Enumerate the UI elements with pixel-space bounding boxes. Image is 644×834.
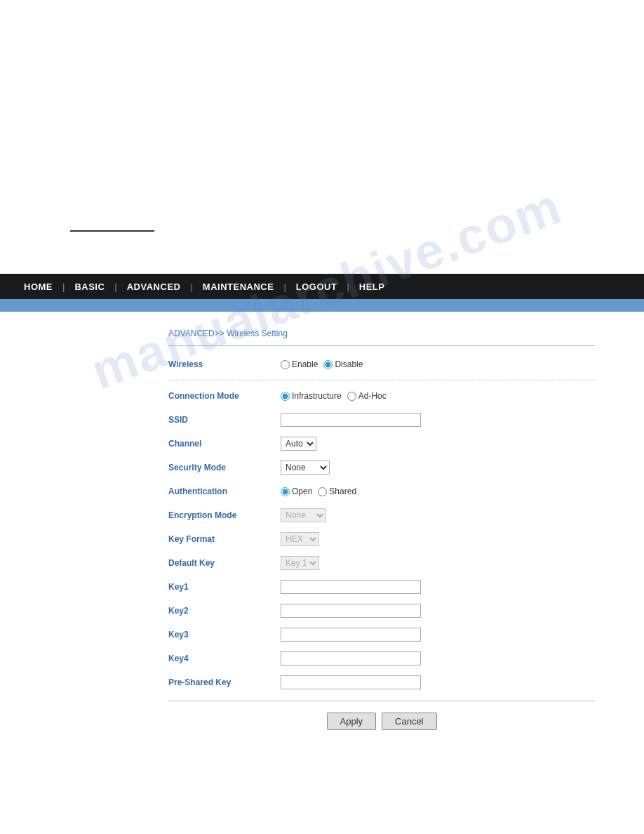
- key4-input[interactable]: [281, 651, 421, 666]
- key2-row: Key2: [168, 602, 595, 619]
- ssid-input[interactable]: [281, 413, 421, 427]
- key3-input[interactable]: [281, 628, 421, 642]
- breadcrumb-separator: >>: [215, 329, 224, 338]
- default-key-controls: Key 1 Key 2 Key 3 Key 4: [281, 556, 595, 570]
- button-row: Apply Cancel: [168, 713, 595, 730]
- infrastructure-label[interactable]: Infrastructure: [281, 391, 342, 401]
- wireless-disable-label[interactable]: Disable: [323, 359, 363, 369]
- key1-controls: [281, 580, 595, 594]
- infrastructure-radio[interactable]: [281, 392, 290, 401]
- ssid-row: SSID: [168, 411, 595, 428]
- pre-shared-key-controls: [281, 675, 595, 689]
- default-key-row: Default Key Key 1 Key 2 Key 3 Key 4: [168, 555, 595, 571]
- authentication-row: Authentication Open Shared: [168, 483, 595, 500]
- adhoc-text: Ad-Hoc: [358, 391, 387, 401]
- connection-mode-label: Connection Mode: [168, 391, 281, 401]
- wireless-label: Wireless: [168, 359, 281, 369]
- navbar-items: HOME | BASIC | ADVANCED | MAINTENANCE | …: [14, 282, 394, 292]
- wireless-enable-label[interactable]: Enable: [281, 359, 318, 369]
- nav-logout[interactable]: LOGOUT: [286, 282, 347, 292]
- authentication-controls: Open Shared: [281, 486, 595, 496]
- form-container: Wireless Enable Disable Connection Mode: [168, 345, 595, 730]
- dotted-divider: [168, 380, 595, 380]
- key-format-select[interactable]: HEX ASCII: [281, 532, 319, 546]
- key4-label: Key4: [168, 654, 281, 663]
- nav-basic[interactable]: BASIC: [65, 282, 114, 292]
- adhoc-radio[interactable]: [347, 392, 356, 401]
- breadcrumb-current: Wireless Setting: [227, 329, 288, 338]
- blue-bar: [0, 299, 644, 312]
- open-radio[interactable]: [281, 487, 290, 496]
- encryption-mode-controls: None WEP64 WEP128: [281, 508, 595, 522]
- open-text: Open: [292, 486, 312, 496]
- channel-row: Channel Auto 123 456 789 1011: [168, 435, 595, 452]
- infrastructure-text: Infrastructure: [292, 391, 342, 401]
- connection-mode-controls: Infrastructure Ad-Hoc: [281, 391, 595, 401]
- wireless-controls: Enable Disable: [281, 359, 595, 369]
- apply-button[interactable]: Apply: [327, 713, 377, 730]
- wireless-enable-radio[interactable]: [281, 360, 290, 369]
- nav-advanced[interactable]: ADVANCED: [117, 282, 191, 292]
- key2-input[interactable]: [281, 604, 421, 618]
- wireless-disable-text: Disable: [335, 359, 363, 369]
- key1-row: Key1: [168, 578, 595, 595]
- top-line: [70, 230, 154, 232]
- key-format-row: Key Format HEX ASCII: [168, 531, 595, 548]
- channel-label: Channel: [168, 439, 281, 449]
- encryption-mode-select[interactable]: None WEP64 WEP128: [281, 508, 326, 522]
- security-mode-row: Security Mode None WEP WPA-PSK WPA2-PSK: [168, 459, 595, 476]
- default-key-label: Default Key: [168, 558, 281, 568]
- key3-controls: [281, 628, 595, 642]
- key4-controls: [281, 651, 595, 666]
- authentication-label: Authentication: [168, 486, 281, 496]
- navbar: HOME | BASIC | ADVANCED | MAINTENANCE | …: [0, 274, 644, 299]
- security-mode-label: Security Mode: [168, 463, 281, 472]
- ssid-label: SSID: [168, 415, 281, 425]
- top-divider: [168, 345, 595, 346]
- key-format-controls: HEX ASCII: [281, 532, 595, 546]
- channel-select[interactable]: Auto 123 456 789 1011: [281, 437, 316, 451]
- wireless-row: Wireless Enable Disable: [168, 356, 595, 373]
- nav-help[interactable]: HELP: [349, 282, 395, 292]
- pre-shared-key-row: Pre-Shared Key: [168, 674, 595, 691]
- breadcrumb-parent[interactable]: ADVANCED: [168, 329, 215, 338]
- breadcrumb: ADVANCED>> Wireless Setting: [168, 329, 609, 338]
- shared-text: Shared: [329, 486, 356, 496]
- wireless-disable-radio[interactable]: [323, 360, 333, 369]
- encryption-mode-label: Encryption Mode: [168, 510, 281, 520]
- key1-input[interactable]: [281, 580, 421, 594]
- top-area: [0, 0, 644, 274]
- bottom-divider: [168, 701, 595, 701]
- key3-row: Key3: [168, 626, 595, 643]
- encryption-mode-row: Encryption Mode None WEP64 WEP128: [168, 507, 595, 524]
- shared-label[interactable]: Shared: [318, 486, 356, 496]
- key3-label: Key3: [168, 630, 281, 640]
- content-area: ADVANCED>> Wireless Setting Wireless Ena…: [0, 312, 644, 751]
- pre-shared-key-input[interactable]: [281, 675, 421, 689]
- nav-home[interactable]: HOME: [14, 282, 62, 292]
- pre-shared-key-label: Pre-Shared Key: [168, 677, 281, 687]
- ssid-controls: [281, 413, 595, 427]
- security-mode-controls: None WEP WPA-PSK WPA2-PSK: [281, 461, 595, 475]
- key4-row: Key4: [168, 650, 595, 667]
- channel-controls: Auto 123 456 789 1011: [281, 437, 595, 451]
- security-mode-select[interactable]: None WEP WPA-PSK WPA2-PSK: [281, 461, 330, 475]
- default-key-select[interactable]: Key 1 Key 2 Key 3 Key 4: [281, 556, 319, 570]
- key1-label: Key1: [168, 582, 281, 592]
- adhoc-label[interactable]: Ad-Hoc: [347, 391, 387, 401]
- nav-maintenance[interactable]: MAINTENANCE: [193, 282, 284, 292]
- open-label[interactable]: Open: [281, 486, 312, 496]
- connection-mode-row: Connection Mode Infrastructure Ad-Hoc: [168, 388, 595, 404]
- key2-controls: [281, 604, 595, 618]
- cancel-button[interactable]: Cancel: [382, 713, 436, 730]
- wireless-enable-text: Enable: [292, 359, 318, 369]
- shared-radio[interactable]: [318, 487, 327, 496]
- key2-label: Key2: [168, 606, 281, 616]
- key-format-label: Key Format: [168, 534, 281, 544]
